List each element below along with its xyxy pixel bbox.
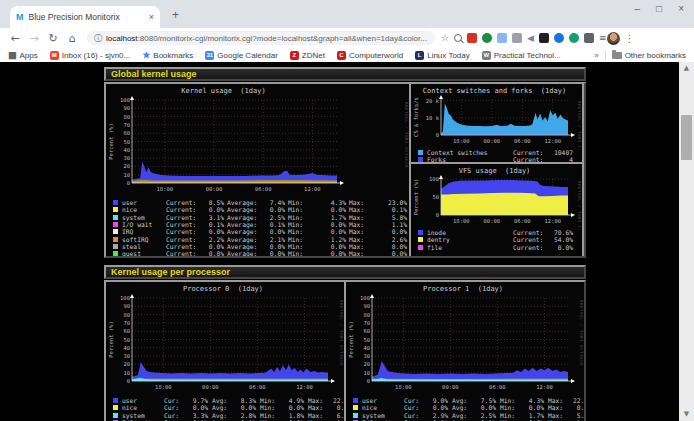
series-label: dentry bbox=[427, 236, 513, 243]
svg-text:00:00: 00:00 bbox=[484, 218, 501, 224]
minimize-button[interactable]: – bbox=[635, 3, 641, 14]
stat-value: 0.0% bbox=[270, 228, 285, 235]
browser-menu-icon[interactable]: ⋮ bbox=[625, 33, 635, 44]
svg-text:40: 40 bbox=[123, 345, 130, 351]
vfs-usage-plot[interactable]: 05010018:0000:0006:0012:00Percent (%)RRD… bbox=[411, 175, 582, 227]
bookmark-favicon: Z bbox=[290, 51, 299, 60]
browser-tab[interactable]: M Blue Precision Monitorix × bbox=[10, 6, 160, 28]
stat-value: 8.5% bbox=[209, 199, 224, 206]
bookmark-item[interactable]: 31Google Calendar bbox=[205, 51, 277, 60]
svg-text:RRDTOOL / TOBI OETIKER: RRDTOOL / TOBI OETIKER bbox=[577, 181, 582, 227]
legend-stat: Average:2.5% bbox=[227, 214, 285, 221]
url-text: localhost:8080/monitorix-cgi/monitorix.c… bbox=[106, 34, 427, 43]
stat-value: 0.1% bbox=[392, 206, 407, 213]
grammarly-ext-icon[interactable] bbox=[569, 33, 579, 43]
series-label: user bbox=[362, 397, 404, 404]
bookmark-item[interactable]: CComputerworld bbox=[337, 51, 403, 60]
page-scrollbar[interactable]: ▲ ▼ bbox=[679, 62, 694, 421]
context-switches-plot[interactable]: 010 k20 k18:0000:0006:0012:00CS & forks/… bbox=[411, 95, 582, 147]
tab-list-ext-icon[interactable]: ≡ bbox=[599, 33, 607, 43]
series-label: Context switches bbox=[427, 149, 513, 156]
legend-row-user: userCur:9.0%Avg:7.5%Min:4.3%Max:22.1% bbox=[346, 397, 584, 404]
svg-text:70: 70 bbox=[123, 320, 130, 326]
tab-title: Blue Precision Monitorix bbox=[29, 12, 144, 22]
legend-stat: Min:0.0% bbox=[288, 250, 346, 256]
profile-avatar[interactable] bbox=[607, 32, 620, 45]
copy-docs-ext-icon[interactable] bbox=[497, 33, 507, 43]
other-bookmarks-button[interactable]: Other bookmarks bbox=[612, 51, 686, 60]
svg-text:80: 80 bbox=[363, 312, 370, 318]
processor-1-plot[interactable]: 010203040506070809010018:0000:0006:0012:… bbox=[346, 293, 584, 395]
search-ext-icon[interactable] bbox=[454, 34, 462, 42]
svg-text:RRDTOOL / TOBI OETIKER: RRDTOOL / TOBI OETIKER bbox=[579, 300, 584, 366]
stat-value: 4.3% bbox=[331, 199, 346, 206]
legend-stat: Average:0.0% bbox=[227, 206, 285, 213]
extensions-puzzle-icon[interactable] bbox=[584, 33, 594, 43]
screenshot-ext-icon[interactable] bbox=[539, 33, 549, 43]
scrollbar-thumb[interactable] bbox=[681, 115, 692, 160]
site-info-icon[interactable]: ⓘ bbox=[94, 33, 102, 44]
url-bar[interactable]: ⓘ localhost:8080/monitorix-cgi/monitorix… bbox=[87, 31, 435, 45]
processor-1-graph[interactable]: Processor 1 (1day) 010203040506070809010… bbox=[346, 282, 584, 421]
folder-icon bbox=[612, 52, 622, 59]
legend-stat: Min:0.0% bbox=[288, 206, 346, 213]
stat-value: 22.1% bbox=[573, 397, 584, 404]
processor-0-plot[interactable]: 010203040506070809010018:0000:0006:0012:… bbox=[106, 293, 344, 395]
close-button[interactable]: × bbox=[678, 3, 684, 14]
svg-text:0: 0 bbox=[127, 378, 130, 384]
stat-value: 2.2% bbox=[209, 236, 224, 243]
bookmark-star-icon[interactable]: ☆ bbox=[441, 33, 449, 43]
stat-label: Current: bbox=[166, 250, 196, 256]
legend-row-inode: inodeCurrent:70.6% bbox=[411, 229, 582, 236]
processor-0-graph[interactable]: Processor 0 (1day) 010203040506070809010… bbox=[106, 282, 344, 421]
legend-stat: Cur:3.3% bbox=[164, 412, 208, 419]
kernel-usage-plot[interactable]: 010203040506070809010018:0000:0006:0012:… bbox=[106, 95, 409, 197]
stat-label: Average: bbox=[227, 206, 257, 213]
tab-close-icon[interactable]: × bbox=[149, 12, 154, 22]
stat-label: Min: bbox=[500, 404, 515, 411]
reload-icon[interactable]: ↻ bbox=[46, 32, 60, 45]
series-label: guest bbox=[122, 250, 166, 256]
forward-icon[interactable]: → bbox=[27, 32, 41, 45]
context-switches-graph[interactable]: Context switches and forks (1day) 010 k2… bbox=[411, 84, 582, 162]
home-icon[interactable]: ⌂ bbox=[65, 32, 79, 45]
stat-label: Cur: bbox=[164, 397, 179, 404]
bookmark-item[interactable]: ▦Apps bbox=[8, 51, 38, 60]
bookmark-item[interactable]: ★Bookmarks bbox=[142, 51, 193, 60]
vfs-usage-graph[interactable]: VFS usage (1day) 05010018:0000:0006:0012… bbox=[411, 164, 582, 256]
bookmark-item[interactable]: WPractical Technol... bbox=[482, 51, 561, 60]
url-host: localhost bbox=[106, 34, 138, 43]
stat-value: 2.5% bbox=[270, 214, 285, 221]
speaker-ext-icon[interactable]: ◀ bbox=[527, 33, 534, 43]
maximize-button[interactable]: □ bbox=[656, 3, 662, 14]
scroll-down-icon[interactable]: ▼ bbox=[679, 408, 694, 421]
legend-stat: Max:0.0% bbox=[349, 250, 407, 256]
legend-stat: Max:6.4% bbox=[308, 412, 344, 419]
back-icon[interactable]: ← bbox=[8, 32, 22, 45]
stat-label: Avg: bbox=[452, 397, 467, 404]
svg-text:70: 70 bbox=[363, 320, 370, 326]
legend-stat: Min:0.0% bbox=[288, 221, 346, 228]
stat-value: 10407 bbox=[554, 149, 573, 156]
stat-label: Cur: bbox=[404, 412, 419, 419]
gray-ext-icon[interactable] bbox=[512, 33, 522, 43]
stat-label: Max: bbox=[349, 228, 364, 235]
legend-row-system: systemCur:2.9%Avg:2.5%Min:1.7%Max:5.5% bbox=[346, 412, 584, 419]
stat-label: Cur: bbox=[164, 404, 179, 411]
scroll-up-icon[interactable]: ▲ bbox=[679, 62, 694, 75]
new-tab-button[interactable]: + bbox=[172, 9, 179, 21]
svg-text:80: 80 bbox=[123, 114, 130, 120]
bookmark-item[interactable]: LLinux Today bbox=[415, 51, 470, 60]
svg-text:18:00: 18:00 bbox=[157, 186, 174, 192]
svg-text:10 k: 10 k bbox=[426, 115, 440, 121]
stat-value: 4.9% bbox=[289, 397, 304, 404]
chat-ext-icon[interactable] bbox=[554, 33, 564, 43]
mail-ext-icon[interactable] bbox=[467, 33, 477, 43]
processor-0-legend: userCur:9.7%Avg:8.3%Min:4.9%Max:22.5%nic… bbox=[106, 395, 344, 421]
bookmark-item[interactable]: ZZDNet bbox=[290, 51, 325, 60]
svg-text:RRDTOOL / TOBI OETIKER: RRDTOOL / TOBI OETIKER bbox=[404, 102, 409, 168]
kernel-usage-graph[interactable]: Kernel usage (1day) 01020304050607080901… bbox=[106, 84, 409, 256]
bookmarks-overflow-icon[interactable]: » bbox=[594, 51, 598, 60]
voice-ext-icon[interactable] bbox=[482, 33, 492, 43]
bookmark-item[interactable]: MInbox (16) - sjvn0... bbox=[50, 51, 130, 60]
